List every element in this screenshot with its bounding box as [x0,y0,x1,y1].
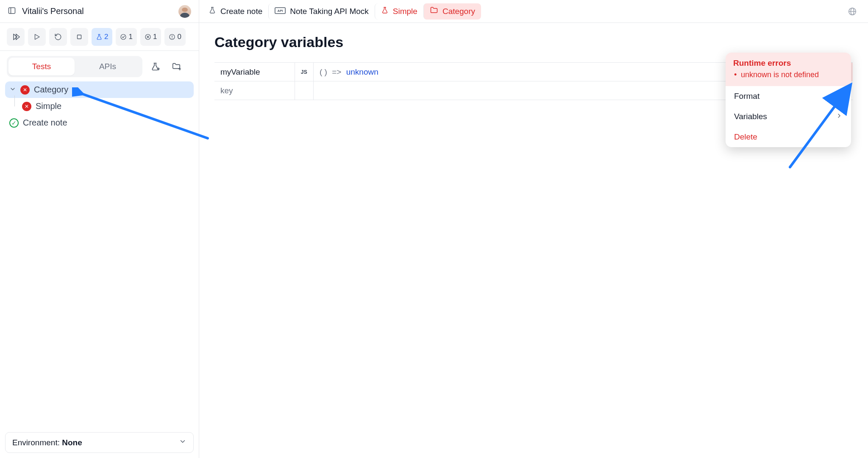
breadcrumb-label: Create note [220,7,262,16]
environment-selector[interactable]: Environment: None [5,432,194,453]
tree-item-simple[interactable]: ✕ Simple [5,98,194,114]
runtime-error-item: unknown is not defined [733,70,843,79]
variable-type-empty [295,81,314,100]
tree-item-label: Simple [36,101,61,111]
tabs-pill: Tests APIs [7,56,142,77]
avatar[interactable] [178,5,191,18]
svg-marker-8 [16,34,19,39]
page-title: Category variables [214,34,853,50]
flask-icon [209,6,216,16]
chevron-down-icon [9,85,16,95]
run-toolbar: 2 1 1 0 [0,23,199,51]
add-folder-button[interactable] [168,58,185,75]
menu-action-label: Delete [734,132,757,142]
menu-action-delete[interactable]: Delete [726,127,851,147]
variable-type-badge[interactable]: JS [295,63,314,81]
svg-rect-10 [78,35,81,39]
tree-item-category[interactable]: ✕ Category [5,81,194,98]
run-all-button[interactable] [7,28,25,46]
fail-count[interactable]: 1 [140,28,161,46]
menu-action-format[interactable]: Format [726,86,851,106]
stop-button[interactable] [70,28,88,46]
pass-count-value: 1 [128,33,132,41]
tree-item-create-note[interactable]: ✓ Create note [5,114,194,131]
svg-marker-9 [35,34,40,39]
sidebar: 2 1 1 0 Tests APIs [0,23,199,458]
topbar-left: Vitalii's Personal [0,0,199,22]
svg-point-11 [121,34,126,39]
breadcrumb-simple[interactable]: Simple [375,3,423,20]
topbar: Vitalii's Personal Create note API Note … [0,0,868,23]
breadcrumb-label: Note Taking API Mock [290,7,369,16]
status-fail-icon: ✕ [22,102,31,111]
warn-count[interactable]: 0 [164,28,185,46]
chevron-right-icon [836,112,843,121]
status-fail-icon: ✕ [20,85,30,95]
tab-apis[interactable]: APIs [75,58,141,75]
tab-tests[interactable]: Tests [8,58,75,75]
variable-name[interactable]: myVariable [214,63,295,81]
chevron-down-icon [179,438,186,447]
svg-point-17 [172,38,172,39]
flask-icon [381,6,389,16]
flask-count[interactable]: 2 [92,28,112,46]
body: 2 1 1 0 Tests APIs [0,23,868,458]
variable-name-placeholder[interactable]: key [214,81,295,100]
warn-count-value: 0 [177,33,181,41]
svg-text:API: API [278,9,283,13]
tree-item-label: Category [34,85,68,95]
variable-context-menu: Runtime errors unknown is not defined Fo… [726,53,851,147]
breadcrumb-category[interactable]: Category [423,3,481,20]
run-button[interactable] [28,28,46,46]
breadcrumbs: Create note API Note Taking API Mock Sim… [199,0,868,22]
fail-count-value: 1 [153,33,157,41]
runtime-errors-panel: Runtime errors unknown is not defined [726,53,851,86]
api-icon: API [275,7,286,16]
menu-action-label: Variables [734,112,767,121]
test-tree: ✕ Category ✕ Simple ✓ Create note [0,81,199,427]
menu-action-label: Format [734,92,760,101]
breadcrumb-label: Simple [393,7,417,16]
breadcrumb-api-mock[interactable]: API Note Taking API Mock [268,3,375,20]
svg-marker-7 [14,34,17,39]
svg-rect-0 [9,8,15,13]
folder-icon [430,6,438,17]
tree-item-label: Create note [23,118,67,128]
flask-count-value: 2 [104,33,108,41]
pass-count[interactable]: 1 [116,28,136,46]
add-test-button[interactable] [147,58,164,75]
env-label: Environment: None [12,438,82,447]
globe-button[interactable] [840,7,865,16]
refresh-button[interactable] [49,28,67,46]
sidebar-toggle-icon[interactable] [8,6,16,17]
main-panel: Category variables myVariable JS ( ) => … [199,23,868,458]
sidebar-tabs: Tests APIs [0,51,199,81]
breadcrumb-label: Category [442,7,475,16]
workspace-name[interactable]: Vitalii's Personal [22,6,84,16]
menu-action-variables[interactable]: Variables [726,106,851,127]
breadcrumb-create-note[interactable]: Create note [203,3,268,20]
status-pass-icon: ✓ [9,118,19,128]
runtime-errors-header: Runtime errors [733,59,843,68]
